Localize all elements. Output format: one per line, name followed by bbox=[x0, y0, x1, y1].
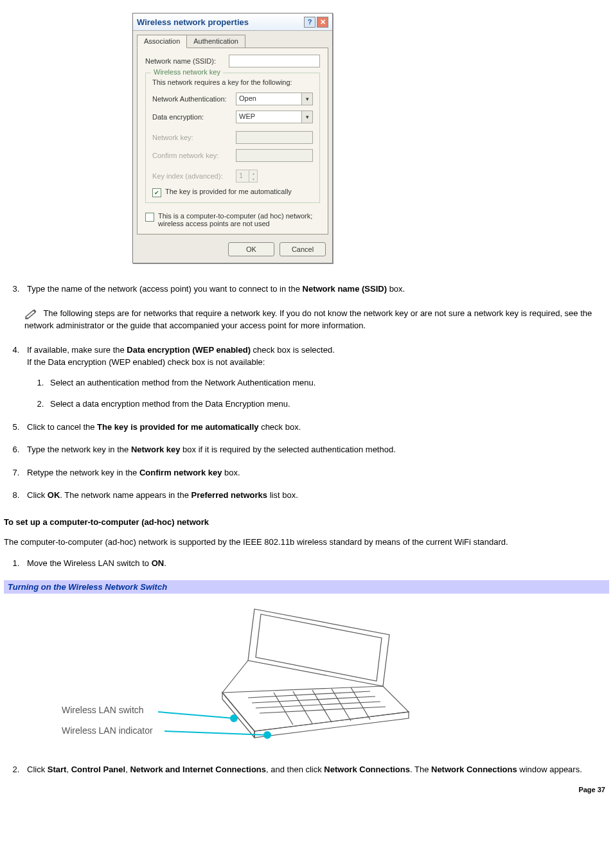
wireless-properties-dialog: Wireless network properties ? ✕ Associat… bbox=[132, 13, 333, 263]
confirm-key-label: Confirm network key: bbox=[152, 152, 236, 159]
steps-list-b: If available, make sure the Data encrypt… bbox=[4, 344, 609, 502]
step-8: Click OK. The network name appears in th… bbox=[22, 489, 609, 502]
svg-point-3 bbox=[264, 732, 271, 738]
close-icon[interactable]: ✕ bbox=[317, 17, 328, 28]
fig-indicator-label: Wireless LAN indicator bbox=[62, 725, 153, 736]
enc-select[interactable]: WEP ▾ bbox=[236, 111, 313, 123]
laptop-figure: Wireless LAN switch Wireless LAN indicat… bbox=[4, 603, 609, 744]
fig-switch-label: Wireless LAN switch bbox=[62, 705, 144, 715]
page-number: Page 37 bbox=[4, 786, 605, 793]
laptop-illustration: Wireless LAN switch Wireless LAN indicat… bbox=[62, 603, 422, 744]
cancel-button[interactable]: Cancel bbox=[280, 242, 326, 256]
enc-value: WEP bbox=[236, 111, 301, 123]
svg-line-0 bbox=[158, 712, 234, 718]
adhoc-step-1: Move the Wireless LAN switch to ON. bbox=[22, 557, 609, 570]
step-4: If available, make sure the Data encrypt… bbox=[22, 344, 609, 411]
dialog-titlebar: Wireless network properties ? ✕ bbox=[133, 13, 332, 31]
adhoc-steps-b: Click Start, Control Panel, Network and … bbox=[4, 763, 609, 776]
figure-caption: Turning on the Wireless Network Switch bbox=[4, 580, 609, 594]
wireless-key-legend: Wireless network key bbox=[151, 68, 223, 76]
ok-button[interactable]: OK bbox=[228, 242, 274, 256]
auth-select[interactable]: Open ▾ bbox=[236, 93, 313, 105]
step-4-2: Select a data encryption method from the… bbox=[46, 398, 609, 411]
step-4-sublist: Select an authentication method from the… bbox=[27, 376, 609, 411]
tab-body: Network name (SSID): Wireless network ke… bbox=[137, 48, 328, 235]
note-block: The following steps are for networks tha… bbox=[24, 307, 609, 332]
svg-point-1 bbox=[231, 715, 237, 722]
dialog-title-text: Wireless network properties bbox=[137, 17, 249, 27]
wireless-key-fieldset: Wireless network key This network requir… bbox=[145, 73, 320, 203]
auto-key-row[interactable]: ✔ The key is provided for me automatical… bbox=[152, 188, 313, 197]
keyidx-value: 1 bbox=[236, 170, 249, 182]
chevron-down-icon: ▾ bbox=[301, 111, 312, 123]
step-7: Retype the network key in the Confirm ne… bbox=[22, 466, 609, 479]
help-icon[interactable]: ? bbox=[304, 17, 315, 28]
adhoc-steps-a: Move the Wireless LAN switch to ON. bbox=[4, 557, 609, 570]
step-4-1: Select an authentication method from the… bbox=[46, 376, 609, 389]
step-6: Type the network key in the Network key … bbox=[22, 443, 609, 456]
dialog-figure: Wireless network properties ? ✕ Associat… bbox=[4, 13, 609, 263]
ssid-label: Network name (SSID): bbox=[145, 57, 229, 65]
keyidx-spinner: 1 ▴▾ bbox=[236, 170, 258, 182]
ssid-input[interactable] bbox=[229, 55, 320, 67]
adhoc-heading: To set up a computer-to-computer (ad-hoc… bbox=[4, 517, 609, 527]
auto-key-label: The key is provided for me automatically bbox=[165, 188, 292, 195]
netkey-label: Network key: bbox=[152, 134, 236, 141]
confirm-key-input bbox=[236, 149, 313, 162]
adhoc-para: The computer-to-computer (ad-hoc) networ… bbox=[4, 536, 609, 549]
tab-authentication[interactable]: Authentication bbox=[187, 35, 245, 48]
adhoc-label: This is a computer-to-computer (ad hoc) … bbox=[158, 212, 320, 227]
step-5: Click to cancel the The key is provided … bbox=[22, 421, 609, 434]
auth-label: Network Authentication: bbox=[152, 95, 236, 103]
note-icon bbox=[24, 308, 43, 318]
chevron-down-icon: ▾ bbox=[301, 93, 312, 105]
enc-label: Data encryption: bbox=[152, 113, 236, 121]
adhoc-row[interactable]: ✔ This is a computer-to-computer (ad hoc… bbox=[145, 212, 320, 227]
note-text: The following steps are for networks tha… bbox=[24, 308, 592, 331]
wireless-key-intro: This network requires a key for the foll… bbox=[152, 78, 313, 86]
adhoc-step-2: Click Start, Control Panel, Network and … bbox=[22, 763, 609, 776]
tab-association[interactable]: Association bbox=[137, 35, 187, 48]
steps-list-a: Type the name of the network (access poi… bbox=[4, 283, 609, 296]
tab-row: Association Authentication bbox=[133, 31, 332, 48]
step-3: Type the name of the network (access poi… bbox=[22, 283, 609, 296]
auth-value: Open bbox=[236, 93, 301, 105]
adhoc-checkbox[interactable]: ✔ bbox=[145, 213, 154, 222]
svg-line-2 bbox=[164, 731, 267, 735]
keyidx-label: Key index (advanced): bbox=[152, 172, 236, 180]
netkey-input bbox=[236, 131, 313, 144]
auto-key-checkbox[interactable]: ✔ bbox=[152, 188, 161, 197]
